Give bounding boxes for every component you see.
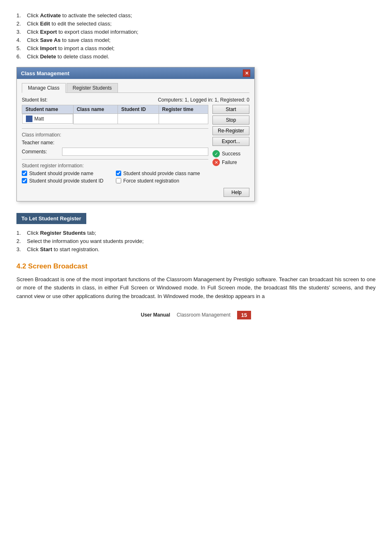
failure-status: ✕ Failure — [212, 159, 249, 166]
dialog-left: Student name Class name Student ID Regis… — [22, 105, 208, 184]
class-name-cell — [73, 114, 118, 124]
col-student-name: Student name — [22, 105, 74, 114]
comments-label: Comments: — [22, 149, 59, 155]
intro-list: 1. Click Activate to activate the select… — [16, 12, 376, 60]
dialog-close-button[interactable]: ✕ — [243, 69, 250, 77]
checkbox-provide-student-id-label: Student should provide student ID — [29, 178, 104, 184]
student-register-label: Student register information: — [22, 163, 208, 169]
to-let-item-3: 3. Click Start to start registration. — [16, 246, 376, 252]
class-information-section: Class information: Teacher name: Comment… — [22, 128, 208, 156]
footer-sub: Classroom Management — [177, 312, 231, 318]
dialog-main: Student name Class name Student ID Regis… — [22, 105, 249, 184]
student-list-header: Student list: Computers: 1, Logged in: 1… — [22, 97, 249, 103]
section-42: 4.2 Screen Broadcast Screen Broadcast is… — [16, 262, 376, 301]
start-button[interactable]: Start — [212, 105, 249, 114]
page-footer: User Manual Classroom Management 15 — [16, 311, 376, 319]
teacher-label: Teacher name: — [22, 140, 59, 146]
success-label: Success — [222, 151, 240, 157]
intro-list-item-4: 4. Click Save As to save class model; — [16, 37, 376, 43]
page-number: 15 — [237, 311, 251, 319]
table-row: Matt — [22, 114, 208, 124]
student-id-cell — [118, 114, 159, 124]
student-register-section: Student register information: Student sh… — [22, 159, 208, 184]
comments-field-row: Comments: — [22, 148, 208, 156]
intro-list-item-5: 5. Click Import to import a class model; — [16, 45, 376, 51]
checkbox-force-registration-label: Force student registration — [123, 178, 179, 184]
intro-list-item-2: 2. Click Edit to edit the selected class… — [16, 21, 376, 27]
computers-info: Computers: 1, Logged in: 1, Registered: … — [158, 97, 249, 103]
tab-manage-class[interactable]: Manage Class — [22, 83, 66, 93]
section-42-body: Screen Broadcast is one of the most impo… — [16, 275, 376, 301]
teacher-field-row: Teacher name: — [22, 140, 208, 146]
to-let-header: To Let Student Register — [16, 213, 86, 224]
student-name-cell: Matt — [22, 114, 73, 124]
dialog-titlebar: Class Management ✕ — [17, 67, 254, 79]
dialog-title: Class Management — [21, 70, 69, 76]
checkbox-grid: Student should provide name Student shou… — [22, 171, 208, 184]
checkbox-provide-class-name-input[interactable] — [116, 171, 121, 176]
register-time-cell — [159, 114, 208, 124]
dialog-right-panel: Start Stop Re-Register Export... ✓ Succe… — [212, 105, 249, 184]
checkbox-provide-name-input[interactable] — [22, 171, 27, 176]
checkbox-provide-name-label: Student should provide name — [29, 171, 93, 176]
checkbox-provide-class-name: Student should provide class name — [116, 171, 208, 176]
intro-list-item-1: 1. Click Activate to activate the select… — [16, 12, 376, 18]
to-let-list: 1. Click Register Students tab; 2. Selec… — [16, 230, 376, 252]
to-let-section: To Let Student Register 1. Click Registe… — [16, 213, 376, 252]
status-icons: ✓ Success ✕ Failure — [212, 150, 249, 166]
export-button[interactable]: Export... — [212, 137, 249, 146]
comments-input[interactable] — [62, 148, 208, 156]
checkbox-force-registration: Force student registration — [116, 178, 208, 184]
checkbox-provide-class-name-label: Student should provide class name — [123, 171, 200, 176]
re-register-button[interactable]: Re-Register — [212, 126, 249, 135]
help-row: Help — [22, 188, 249, 197]
dialog-tabs: Manage Class Register Students — [22, 83, 249, 93]
failure-icon: ✕ — [212, 159, 220, 166]
success-status: ✓ Success — [212, 150, 249, 157]
class-info-label: Class information: — [22, 132, 208, 138]
success-icon: ✓ — [212, 150, 220, 157]
section-42-title: 4.2 Screen Broadcast — [16, 262, 376, 271]
checkbox-provide-student-id-input[interactable] — [22, 178, 27, 183]
dialog-body: Manage Class Register Students Student l… — [17, 79, 254, 201]
stop-button[interactable]: Stop — [212, 116, 249, 125]
col-student-id: Student ID — [118, 105, 159, 114]
footer-label: User Manual — [141, 312, 170, 318]
class-management-dialog: Class Management ✕ Manage Class Register… — [16, 67, 255, 201]
checkbox-provide-name: Student should provide name — [22, 171, 114, 176]
student-name: Matt — [35, 116, 44, 122]
student-list-label: Student list: — [22, 97, 48, 103]
checkbox-force-registration-input[interactable] — [116, 178, 121, 183]
to-let-item-2: 2. Select the information you want stude… — [16, 238, 376, 244]
intro-list-item-3: 3. Click Export to export class model in… — [16, 29, 376, 35]
student-avatar-icon — [26, 116, 32, 122]
intro-list-item-6: 6. Click Delete to delete class model. — [16, 53, 376, 60]
col-register-time: Register time — [159, 105, 208, 114]
col-class-name: Class name — [73, 105, 118, 114]
tab-register-students[interactable]: Register Students — [67, 83, 118, 92]
checkbox-provide-student-id: Student should provide student ID — [22, 178, 114, 184]
to-let-item-1: 1. Click Register Students tab; — [16, 230, 376, 236]
failure-label: Failure — [222, 160, 237, 165]
student-table: Student name Class name Student ID Regis… — [22, 105, 208, 124]
help-button[interactable]: Help — [224, 188, 249, 197]
